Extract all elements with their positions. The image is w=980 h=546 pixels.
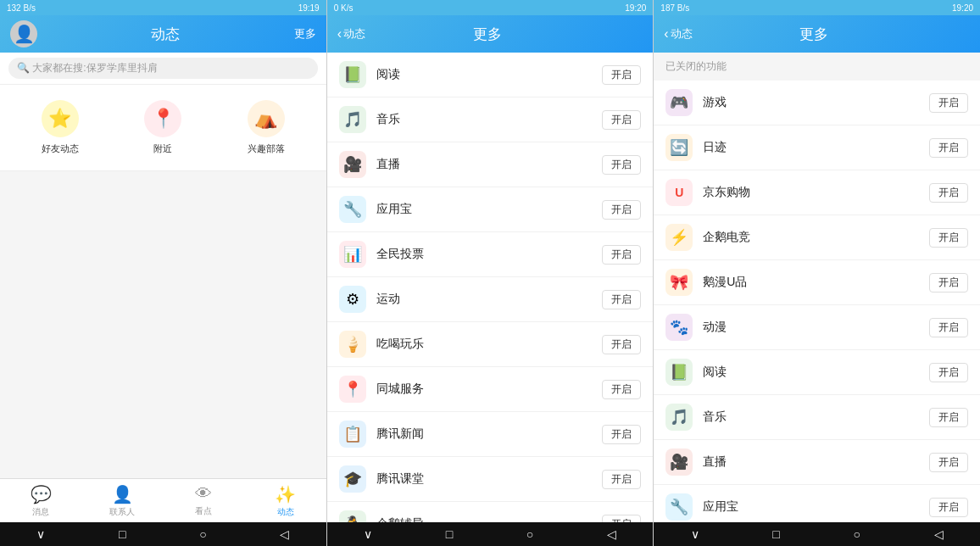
live3-btn[interactable]: 开启	[929, 453, 968, 472]
diary-btn[interactable]: 开启	[929, 138, 968, 158]
list-item-music3[interactable]: 🎵 音乐 开启	[654, 395, 980, 440]
back-label-3: 动态	[671, 26, 693, 42]
music-icon: 🎵	[339, 106, 366, 133]
read3-btn[interactable]: 开启	[929, 363, 968, 382]
nav-contacts[interactable]: 👤 联系人	[81, 479, 163, 522]
header-2: ‹ 动态 更多	[327, 15, 654, 53]
back-btn-3[interactable]: ‹ 动态	[664, 26, 692, 42]
status-time-3: 19:20	[952, 3, 973, 13]
nav-activity[interactable]: ✨ 动态	[245, 479, 326, 522]
sys-back-2[interactable]: ◁	[607, 527, 616, 541]
shortcut-nearby[interactable]: 📍 附近	[144, 100, 181, 155]
esport-btn[interactable]: 开启	[929, 228, 968, 248]
nav-contacts-label: 联系人	[109, 506, 135, 518]
list-item-music[interactable]: 🎵 音乐 开启	[327, 98, 654, 142]
esport-name: 企鹅电竞	[703, 230, 919, 245]
emagazine-icon: 🎀	[665, 269, 693, 296]
class-btn[interactable]: 开启	[602, 470, 641, 489]
list-item-read3[interactable]: 📗 阅读 开启	[654, 350, 980, 395]
search-inner-1[interactable]: 🔍 大家都在搜:保罗学库里抖肩	[8, 58, 318, 79]
list-item-live3[interactable]: 🎥 直播 开启	[654, 440, 980, 485]
news-btn[interactable]: 开启	[602, 425, 641, 444]
sport-name: 运动	[376, 292, 593, 307]
sys-circle-1[interactable]: ○	[199, 527, 206, 541]
more-btn-1[interactable]: 更多	[294, 26, 316, 42]
sys-square-3[interactable]: □	[772, 527, 779, 541]
sys-circle-3[interactable]: ○	[853, 527, 860, 541]
sys-circle-2[interactable]: ○	[526, 527, 533, 541]
status-bar-2: 0 K/s 19:20	[327, 0, 654, 15]
anime-btn[interactable]: 开启	[929, 318, 968, 337]
emagazine-name: 鹅漫U品	[703, 275, 919, 290]
music3-btn[interactable]: 开启	[929, 408, 968, 427]
sys-down-2[interactable]: ∨	[364, 527, 372, 541]
appstore3-btn[interactable]: 开启	[929, 498, 968, 517]
nav-news[interactable]: 👁 看点	[163, 479, 244, 522]
list-item-anime[interactable]: 🐾 动漫 开启	[654, 305, 980, 350]
list-item-local[interactable]: 📍 同城服务 开启	[327, 367, 654, 412]
jd-name: 京东购物	[703, 185, 919, 200]
sys-down-3[interactable]: ∨	[691, 527, 699, 541]
list-item-news[interactable]: 📋 腾讯新闻 开启	[327, 412, 654, 457]
read-btn[interactable]: 开启	[602, 65, 641, 85]
music-btn[interactable]: 开启	[602, 110, 641, 130]
list-item-jd[interactable]: U 京东购物 开启	[654, 170, 980, 215]
list-item-vote[interactable]: 📊 全民投票 开启	[327, 232, 654, 277]
sport-icon: ⚙	[339, 286, 366, 313]
avatar-1[interactable]: 👤	[10, 20, 37, 47]
header-title-1: 动态	[37, 25, 294, 44]
list-item-appstore3[interactable]: 🔧 应用宝 开启	[654, 485, 980, 522]
list-item-live[interactable]: 🎥 直播 开启	[327, 142, 654, 187]
emagazine-btn[interactable]: 开启	[929, 273, 968, 292]
list-item-diary[interactable]: 🔄 日迹 开启	[654, 125, 980, 170]
sys-back-1[interactable]: ◁	[280, 527, 289, 541]
shortcut-friends[interactable]: ⭐ 好友动态	[42, 100, 79, 155]
sys-down-1[interactable]: ∨	[36, 527, 45, 541]
food-btn[interactable]: 开启	[602, 335, 641, 354]
jd-btn[interactable]: 开启	[929, 183, 968, 203]
back-btn-2[interactable]: ‹ 动态	[337, 26, 365, 42]
appstore-btn[interactable]: 开启	[602, 200, 641, 220]
feed-area	[0, 171, 326, 478]
news-icon: 👁	[195, 484, 212, 504]
list-scroll-2: 📗 阅读 开启 🎵 音乐 开启 🎥 直播 开启 🔧 应用宝 开启 📊 全民投票 …	[327, 53, 654, 522]
local-btn[interactable]: 开启	[602, 380, 641, 399]
sys-back-3[interactable]: ◁	[934, 527, 944, 541]
live-btn[interactable]: 开启	[602, 155, 641, 175]
live3-icon: 🎥	[665, 448, 693, 476]
list-item-game[interactable]: 🎮 游戏 开启	[654, 81, 980, 125]
shortcut-tribe[interactable]: ⛺ 兴趣部落	[248, 100, 285, 155]
read3-icon: 📗	[665, 359, 693, 386]
system-bar-1: ∨ □ ○ ◁	[0, 522, 326, 546]
diary-icon: 🔄	[665, 134, 693, 161]
local-name: 同城服务	[376, 382, 593, 397]
system-bar-2: ∨ □ ○ ◁	[327, 522, 654, 546]
list-item-emagazine[interactable]: 🎀 鹅漫U品 开启	[654, 260, 980, 305]
list-item-read[interactable]: 📗 阅读 开启	[327, 53, 654, 98]
shortcut-row: ⭐ 好友动态 📍 附近 ⛺ 兴趣部落	[0, 85, 326, 171]
list-item-sport[interactable]: ⚙ 运动 开启	[327, 277, 654, 322]
read-name: 阅读	[376, 67, 593, 82]
game-btn[interactable]: 开启	[929, 93, 968, 113]
live-icon: 🎥	[339, 151, 366, 178]
friends-icon: ⭐	[42, 100, 79, 137]
nav-messages[interactable]: 💬 消息	[0, 479, 81, 522]
vote-btn[interactable]: 开启	[602, 245, 641, 265]
tribe-label: 兴趣部落	[248, 142, 285, 155]
list-item-food[interactable]: 🍦 吃喝玩乐 开启	[327, 322, 654, 367]
sport-btn[interactable]: 开启	[602, 290, 641, 309]
activity-icon: ✨	[275, 484, 296, 504]
status-bar-3: 187 B/s 19:20	[654, 0, 980, 15]
panel-1: 132 B/s 19:19 👤 动态 更多 🔍 大家都在搜:保罗学库里抖肩 ⭐ …	[0, 0, 327, 546]
list-item-appstore[interactable]: 🔧 应用宝 开启	[327, 187, 654, 232]
sys-square-2[interactable]: □	[446, 527, 453, 541]
nav-activity-label: 动态	[277, 506, 294, 518]
status-speed-2: 0 K/s	[334, 3, 354, 13]
tutor-btn[interactable]: 开启	[602, 515, 641, 523]
list-item-class[interactable]: 🎓 腾讯课堂 开启	[327, 457, 654, 502]
sys-square-1[interactable]: □	[119, 527, 125, 541]
esport-icon: ⚡	[665, 224, 693, 251]
header-3: ‹ 动态 更多	[654, 15, 980, 53]
list-item-tutor[interactable]: 🐧 企鹅辅导 开启	[327, 502, 654, 522]
list-item-esport[interactable]: ⚡ 企鹅电竞 开启	[654, 215, 980, 260]
